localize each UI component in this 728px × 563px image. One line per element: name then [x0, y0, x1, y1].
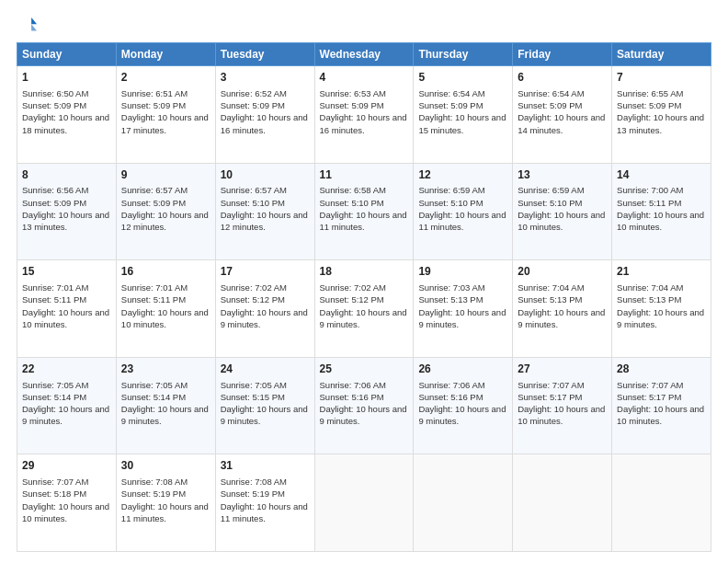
table-row — [612, 454, 711, 552]
calendar-header-row: Sunday Monday Tuesday Wednesday Thursday… — [17, 43, 711, 66]
daylight-text: Daylight: 10 hours and 9 minutes. — [320, 404, 407, 426]
table-row: 29 Sunrise: 7:07 AM Sunset: 5:18 PM Dayl… — [17, 454, 117, 552]
sunrise-text: Sunrise: 6:54 AM — [418, 88, 484, 98]
sunrise-text: Sunrise: 7:07 AM — [518, 380, 584, 390]
day-number: 3 — [221, 70, 310, 86]
daylight-text: Daylight: 10 hours and 9 minutes. — [320, 307, 407, 329]
sunset-text: Sunset: 5:14 PM — [22, 392, 86, 402]
daylight-text: Daylight: 10 hours and 10 minutes. — [121, 307, 209, 329]
header-thursday: Thursday — [414, 43, 513, 66]
day-number: 23 — [121, 362, 210, 377]
sunrise-text: Sunrise: 7:01 AM — [121, 282, 188, 293]
table-row: 19 Sunrise: 7:03 AM Sunset: 5:13 PM Dayl… — [414, 260, 513, 358]
sunset-text: Sunset: 5:17 PM — [617, 392, 681, 402]
table-row: 31 Sunrise: 7:08 AM Sunset: 5:19 PM Dayl… — [215, 454, 314, 552]
day-number: 6 — [518, 70, 607, 86]
sunset-text: Sunset: 5:09 PM — [22, 198, 86, 208]
table-row: 24 Sunrise: 7:05 AM Sunset: 5:15 PM Dayl… — [215, 357, 314, 454]
sunrise-text: Sunrise: 6:52 AM — [221, 88, 287, 98]
sunrise-text: Sunrise: 7:07 AM — [22, 477, 88, 487]
day-number: 16 — [121, 264, 210, 280]
table-row — [314, 454, 414, 552]
sunset-text: Sunset: 5:09 PM — [221, 100, 285, 110]
header-sunday: Sunday — [17, 43, 117, 66]
table-row: 11 Sunrise: 6:58 AM Sunset: 5:10 PM Dayl… — [314, 163, 414, 260]
sunrise-text: Sunrise: 7:00 AM — [617, 185, 683, 195]
table-row — [414, 454, 513, 552]
calendar-table: Sunday Monday Tuesday Wednesday Thursday… — [17, 42, 711, 552]
sunset-text: Sunset: 5:19 PM — [121, 488, 186, 499]
daylight-text: Daylight: 10 hours and 13 minutes. — [22, 210, 109, 232]
table-row: 5 Sunrise: 6:54 AM Sunset: 5:09 PM Dayli… — [414, 66, 513, 164]
day-number: 11 — [320, 167, 409, 183]
day-number: 21 — [617, 264, 706, 280]
day-number: 15 — [22, 264, 111, 280]
sunrise-text: Sunrise: 6:57 AM — [121, 185, 188, 195]
sunrise-text: Sunrise: 7:06 AM — [418, 380, 484, 390]
sunset-text: Sunset: 5:09 PM — [121, 100, 186, 110]
sunset-text: Sunset: 5:11 PM — [617, 198, 681, 208]
header — [17, 15, 711, 35]
table-row: 27 Sunrise: 7:07 AM Sunset: 5:17 PM Dayl… — [513, 357, 612, 454]
daylight-text: Daylight: 10 hours and 9 minutes. — [121, 404, 209, 426]
table-row: 12 Sunrise: 6:59 AM Sunset: 5:10 PM Dayl… — [414, 163, 513, 260]
header-saturday: Saturday — [612, 43, 711, 66]
daylight-text: Daylight: 10 hours and 10 minutes. — [518, 404, 605, 426]
sunrise-text: Sunrise: 6:51 AM — [121, 88, 188, 98]
table-row: 30 Sunrise: 7:08 AM Sunset: 5:19 PM Dayl… — [116, 454, 215, 552]
sunrise-text: Sunrise: 6:58 AM — [320, 185, 386, 195]
day-number: 5 — [418, 70, 507, 86]
day-number: 9 — [121, 167, 210, 183]
table-row: 25 Sunrise: 7:06 AM Sunset: 5:16 PM Dayl… — [314, 357, 414, 454]
daylight-text: Daylight: 10 hours and 10 minutes. — [617, 404, 704, 426]
daylight-text: Daylight: 10 hours and 16 minutes. — [320, 112, 407, 134]
daylight-text: Daylight: 10 hours and 12 minutes. — [121, 210, 209, 232]
daylight-text: Daylight: 10 hours and 9 minutes. — [617, 307, 704, 329]
sunset-text: Sunset: 5:19 PM — [221, 488, 285, 499]
sunrise-text: Sunrise: 7:05 AM — [121, 380, 188, 390]
table-row: 26 Sunrise: 7:06 AM Sunset: 5:16 PM Dayl… — [414, 357, 513, 454]
logo — [17, 15, 40, 35]
daylight-text: Daylight: 10 hours and 11 minutes. — [418, 210, 506, 232]
daylight-text: Daylight: 10 hours and 12 minutes. — [221, 210, 308, 232]
header-monday: Monday — [116, 43, 215, 66]
table-row: 13 Sunrise: 6:59 AM Sunset: 5:10 PM Dayl… — [513, 163, 612, 260]
calendar-row: 8 Sunrise: 6:56 AM Sunset: 5:09 PM Dayli… — [17, 163, 711, 260]
sunrise-text: Sunrise: 6:57 AM — [221, 185, 287, 195]
daylight-text: Daylight: 10 hours and 17 minutes. — [121, 112, 209, 134]
daylight-text: Daylight: 10 hours and 11 minutes. — [121, 501, 209, 523]
table-row: 8 Sunrise: 6:56 AM Sunset: 5:09 PM Dayli… — [17, 163, 117, 260]
day-number: 31 — [221, 458, 310, 474]
table-row: 3 Sunrise: 6:52 AM Sunset: 5:09 PM Dayli… — [215, 66, 314, 164]
day-number: 26 — [418, 362, 507, 377]
header-wednesday: Wednesday — [314, 43, 414, 66]
sunrise-text: Sunrise: 7:03 AM — [418, 282, 484, 293]
sunrise-text: Sunrise: 6:59 AM — [418, 185, 484, 195]
sunset-text: Sunset: 5:12 PM — [221, 294, 285, 304]
table-row: 1 Sunrise: 6:50 AM Sunset: 5:09 PM Dayli… — [17, 66, 117, 164]
sunset-text: Sunset: 5:09 PM — [320, 100, 384, 110]
sunset-text: Sunset: 5:11 PM — [121, 294, 186, 304]
sunset-text: Sunset: 5:09 PM — [617, 100, 681, 110]
day-number: 28 — [617, 362, 706, 377]
sunset-text: Sunset: 5:17 PM — [518, 392, 582, 402]
table-row: 28 Sunrise: 7:07 AM Sunset: 5:17 PM Dayl… — [612, 357, 711, 454]
table-row: 16 Sunrise: 7:01 AM Sunset: 5:11 PM Dayl… — [116, 260, 215, 358]
table-row: 4 Sunrise: 6:53 AM Sunset: 5:09 PM Dayli… — [314, 66, 414, 164]
daylight-text: Daylight: 10 hours and 9 minutes. — [221, 404, 308, 426]
sunrise-text: Sunrise: 7:01 AM — [22, 282, 88, 293]
sunrise-text: Sunrise: 7:07 AM — [617, 380, 683, 390]
table-row: 9 Sunrise: 6:57 AM Sunset: 5:09 PM Dayli… — [116, 163, 215, 260]
day-number: 25 — [320, 362, 409, 377]
sunrise-text: Sunrise: 7:08 AM — [221, 477, 287, 487]
table-row: 10 Sunrise: 6:57 AM Sunset: 5:10 PM Dayl… — [215, 163, 314, 260]
day-number: 7 — [617, 70, 706, 86]
header-friday: Friday — [513, 43, 612, 66]
sunset-text: Sunset: 5:09 PM — [121, 198, 186, 208]
sunrise-text: Sunrise: 6:50 AM — [22, 88, 88, 98]
table-row: 23 Sunrise: 7:05 AM Sunset: 5:14 PM Dayl… — [116, 357, 215, 454]
logo-icon — [17, 15, 37, 35]
sunset-text: Sunset: 5:14 PM — [121, 392, 186, 402]
sunrise-text: Sunrise: 7:08 AM — [121, 477, 188, 487]
sunset-text: Sunset: 5:10 PM — [518, 198, 582, 208]
